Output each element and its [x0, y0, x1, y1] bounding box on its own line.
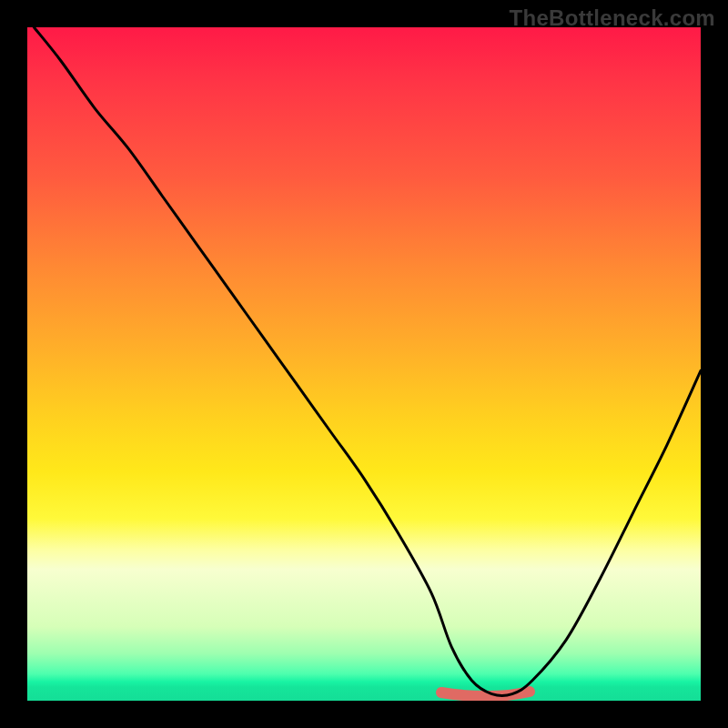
- watermark-text: TheBottleneck.com: [510, 5, 715, 31]
- plot-area: [27, 27, 701, 701]
- chart-frame: TheBottleneck.com: [0, 0, 728, 728]
- bottleneck-curve: [34, 27, 701, 695]
- curve-layer: [27, 27, 701, 701]
